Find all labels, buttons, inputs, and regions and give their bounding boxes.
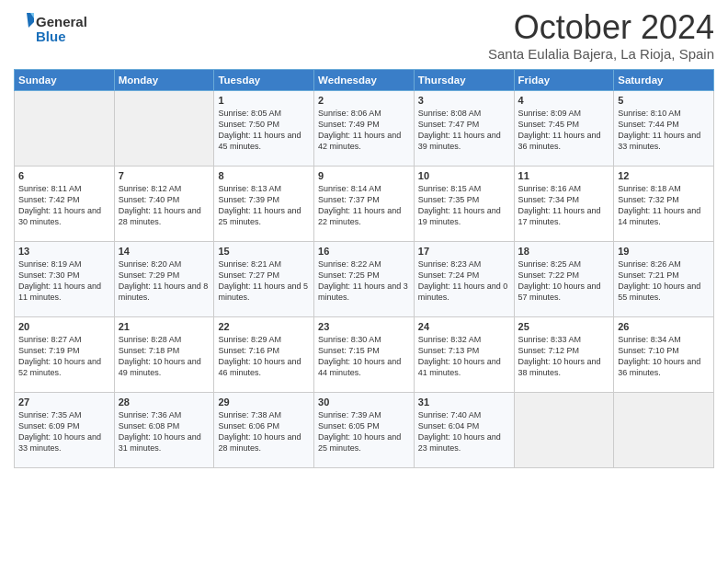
day-number: 19 bbox=[618, 246, 710, 257]
calendar-cell: 1Sunrise: 8:05 AM Sunset: 7:50 PM Daylig… bbox=[214, 90, 314, 166]
calendar-cell: 29Sunrise: 7:38 AM Sunset: 6:06 PM Dayli… bbox=[214, 392, 314, 467]
calendar-cell: 25Sunrise: 8:33 AM Sunset: 7:12 PM Dayli… bbox=[514, 316, 614, 392]
day-number: 4 bbox=[518, 95, 610, 106]
dow-header-thursday: Thursday bbox=[414, 69, 514, 90]
day-content: Sunrise: 8:23 AM Sunset: 7:24 PM Dayligh… bbox=[418, 259, 510, 304]
day-number: 14 bbox=[119, 246, 210, 257]
day-number: 8 bbox=[218, 170, 310, 181]
day-number: 11 bbox=[518, 170, 610, 181]
day-number: 18 bbox=[518, 246, 610, 257]
dow-header-sunday: Sunday bbox=[15, 69, 115, 90]
day-number: 31 bbox=[418, 396, 510, 408]
day-number: 1 bbox=[218, 95, 310, 106]
day-content: Sunrise: 8:14 AM Sunset: 7:37 PM Dayligh… bbox=[318, 183, 410, 228]
day-number: 6 bbox=[18, 170, 110, 181]
day-number: 2 bbox=[318, 95, 410, 106]
day-content: Sunrise: 8:22 AM Sunset: 7:25 PM Dayligh… bbox=[318, 259, 410, 304]
day-content: Sunrise: 8:29 AM Sunset: 7:16 PM Dayligh… bbox=[218, 334, 310, 379]
calendar-cell: 14Sunrise: 8:20 AM Sunset: 7:29 PM Dayli… bbox=[114, 241, 214, 316]
day-content: Sunrise: 8:28 AM Sunset: 7:18 PM Dayligh… bbox=[119, 334, 210, 379]
day-number: 9 bbox=[318, 170, 410, 181]
day-content: Sunrise: 8:16 AM Sunset: 7:34 PM Dayligh… bbox=[518, 183, 610, 228]
day-number: 20 bbox=[18, 321, 110, 332]
day-content: Sunrise: 7:35 AM Sunset: 6:09 PM Dayligh… bbox=[18, 409, 110, 454]
calendar-cell: 11Sunrise: 8:16 AM Sunset: 7:34 PM Dayli… bbox=[514, 166, 614, 241]
day-content: Sunrise: 8:08 AM Sunset: 7:47 PM Dayligh… bbox=[418, 108, 510, 153]
day-content: Sunrise: 8:25 AM Sunset: 7:22 PM Dayligh… bbox=[518, 259, 610, 304]
calendar-cell: 10Sunrise: 8:15 AM Sunset: 7:35 PM Dayli… bbox=[414, 166, 514, 241]
calendar-cell: 28Sunrise: 7:36 AM Sunset: 6:08 PM Dayli… bbox=[114, 392, 214, 467]
dow-header-saturday: Saturday bbox=[614, 69, 714, 90]
day-number: 17 bbox=[418, 246, 510, 257]
day-number: 21 bbox=[119, 321, 210, 332]
calendar-cell: 13Sunrise: 8:19 AM Sunset: 7:30 PM Dayli… bbox=[15, 241, 115, 316]
day-number: 7 bbox=[119, 170, 210, 181]
calendar-cell bbox=[15, 90, 115, 166]
day-number: 15 bbox=[218, 246, 310, 257]
logo-line2: Blue bbox=[36, 29, 87, 45]
calendar-cell: 15Sunrise: 8:21 AM Sunset: 7:27 PM Dayli… bbox=[214, 241, 314, 316]
calendar-cell bbox=[614, 392, 714, 467]
day-number: 28 bbox=[119, 396, 210, 408]
main-container: General Blue October 2024 Santa Eulalia … bbox=[0, 0, 728, 477]
logo: General Blue bbox=[14, 13, 87, 46]
calendar-cell: 30Sunrise: 7:39 AM Sunset: 6:05 PM Dayli… bbox=[314, 392, 415, 467]
calendar-cell: 9Sunrise: 8:14 AM Sunset: 7:37 PM Daylig… bbox=[314, 166, 415, 241]
calendar-cell: 8Sunrise: 8:13 AM Sunset: 7:39 PM Daylig… bbox=[214, 166, 314, 241]
day-number: 22 bbox=[218, 321, 310, 332]
day-number: 29 bbox=[218, 396, 310, 408]
dow-header-friday: Friday bbox=[514, 69, 614, 90]
calendar-cell: 24Sunrise: 8:32 AM Sunset: 7:13 PM Dayli… bbox=[414, 316, 514, 392]
day-content: Sunrise: 8:20 AM Sunset: 7:29 PM Dayligh… bbox=[119, 259, 210, 304]
logo-svg bbox=[14, 13, 34, 46]
calendar-cell: 18Sunrise: 8:25 AM Sunset: 7:22 PM Dayli… bbox=[514, 241, 614, 316]
day-number: 13 bbox=[18, 246, 110, 257]
calendar-cell: 22Sunrise: 8:29 AM Sunset: 7:16 PM Dayli… bbox=[214, 316, 314, 392]
day-content: Sunrise: 8:11 AM Sunset: 7:42 PM Dayligh… bbox=[18, 183, 110, 228]
day-number: 26 bbox=[618, 321, 710, 332]
day-number: 12 bbox=[618, 170, 710, 181]
day-content: Sunrise: 7:36 AM Sunset: 6:08 PM Dayligh… bbox=[119, 409, 210, 454]
day-number: 16 bbox=[318, 246, 410, 257]
calendar-cell: 16Sunrise: 8:22 AM Sunset: 7:25 PM Dayli… bbox=[314, 241, 415, 316]
day-content: Sunrise: 8:18 AM Sunset: 7:32 PM Dayligh… bbox=[618, 183, 710, 228]
calendar-cell: 2Sunrise: 8:06 AM Sunset: 7:49 PM Daylig… bbox=[314, 90, 415, 166]
day-content: Sunrise: 8:34 AM Sunset: 7:10 PM Dayligh… bbox=[618, 334, 710, 379]
calendar-cell: 21Sunrise: 8:28 AM Sunset: 7:18 PM Dayli… bbox=[114, 316, 214, 392]
day-content: Sunrise: 8:06 AM Sunset: 7:49 PM Dayligh… bbox=[318, 108, 410, 153]
day-number: 25 bbox=[518, 321, 610, 332]
day-content: Sunrise: 8:26 AM Sunset: 7:21 PM Dayligh… bbox=[618, 259, 710, 304]
day-content: Sunrise: 7:40 AM Sunset: 6:04 PM Dayligh… bbox=[418, 409, 510, 454]
day-content: Sunrise: 8:10 AM Sunset: 7:44 PM Dayligh… bbox=[618, 108, 710, 153]
calendar-cell: 31Sunrise: 7:40 AM Sunset: 6:04 PM Dayli… bbox=[414, 392, 514, 467]
day-content: Sunrise: 8:15 AM Sunset: 7:35 PM Dayligh… bbox=[418, 183, 510, 228]
day-content: Sunrise: 8:13 AM Sunset: 7:39 PM Dayligh… bbox=[218, 183, 310, 228]
month-title: October 2024 bbox=[488, 9, 714, 46]
day-number: 5 bbox=[618, 95, 710, 106]
logo-combined: General Blue bbox=[14, 13, 87, 46]
day-content: Sunrise: 8:05 AM Sunset: 7:50 PM Dayligh… bbox=[218, 108, 310, 153]
calendar-cell: 20Sunrise: 8:27 AM Sunset: 7:19 PM Dayli… bbox=[15, 316, 115, 392]
calendar-cell bbox=[114, 90, 214, 166]
calendar-cell: 27Sunrise: 7:35 AM Sunset: 6:09 PM Dayli… bbox=[15, 392, 115, 467]
day-content: Sunrise: 8:19 AM Sunset: 7:30 PM Dayligh… bbox=[18, 259, 110, 304]
day-content: Sunrise: 8:32 AM Sunset: 7:13 PM Dayligh… bbox=[418, 334, 510, 379]
day-content: Sunrise: 8:09 AM Sunset: 7:45 PM Dayligh… bbox=[518, 108, 610, 153]
calendar-cell: 12Sunrise: 8:18 AM Sunset: 7:32 PM Dayli… bbox=[614, 166, 714, 241]
calendar-cell: 3Sunrise: 8:08 AM Sunset: 7:47 PM Daylig… bbox=[414, 90, 514, 166]
calendar-cell: 5Sunrise: 8:10 AM Sunset: 7:44 PM Daylig… bbox=[614, 90, 714, 166]
dow-header-tuesday: Tuesday bbox=[214, 69, 314, 90]
calendar-cell: 26Sunrise: 8:34 AM Sunset: 7:10 PM Dayli… bbox=[614, 316, 714, 392]
day-number: 10 bbox=[418, 170, 510, 181]
day-number: 27 bbox=[18, 396, 110, 408]
day-content: Sunrise: 8:12 AM Sunset: 7:40 PM Dayligh… bbox=[119, 183, 210, 228]
day-content: Sunrise: 8:21 AM Sunset: 7:27 PM Dayligh… bbox=[218, 259, 310, 304]
day-content: Sunrise: 8:27 AM Sunset: 7:19 PM Dayligh… bbox=[18, 334, 110, 379]
location-title: Santa Eulalia Bajera, La Rioja, Spain bbox=[488, 46, 714, 62]
day-number: 23 bbox=[318, 321, 410, 332]
calendar-cell: 17Sunrise: 8:23 AM Sunset: 7:24 PM Dayli… bbox=[414, 241, 514, 316]
calendar-cell: 4Sunrise: 8:09 AM Sunset: 7:45 PM Daylig… bbox=[514, 90, 614, 166]
day-number: 3 bbox=[418, 95, 510, 106]
calendar-cell: 7Sunrise: 8:12 AM Sunset: 7:40 PM Daylig… bbox=[114, 166, 214, 241]
day-content: Sunrise: 8:30 AM Sunset: 7:15 PM Dayligh… bbox=[318, 334, 410, 379]
